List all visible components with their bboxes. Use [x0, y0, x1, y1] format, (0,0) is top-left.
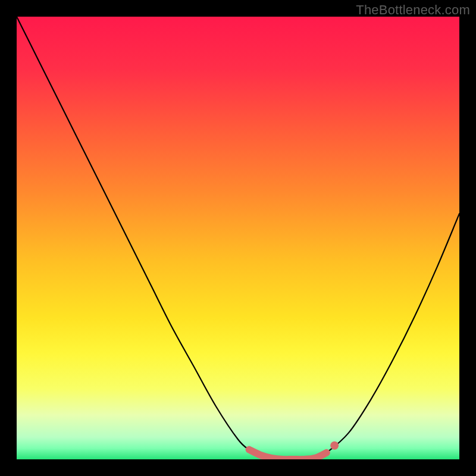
chart-frame: [17, 17, 459, 459]
curve-highlight: [249, 450, 327, 459]
watermark-text: TheBottleneck.com: [356, 2, 470, 18]
curve-path: [17, 17, 459, 459]
curve-highlight-dot: [330, 441, 339, 450]
bottleneck-curve: [17, 17, 459, 459]
